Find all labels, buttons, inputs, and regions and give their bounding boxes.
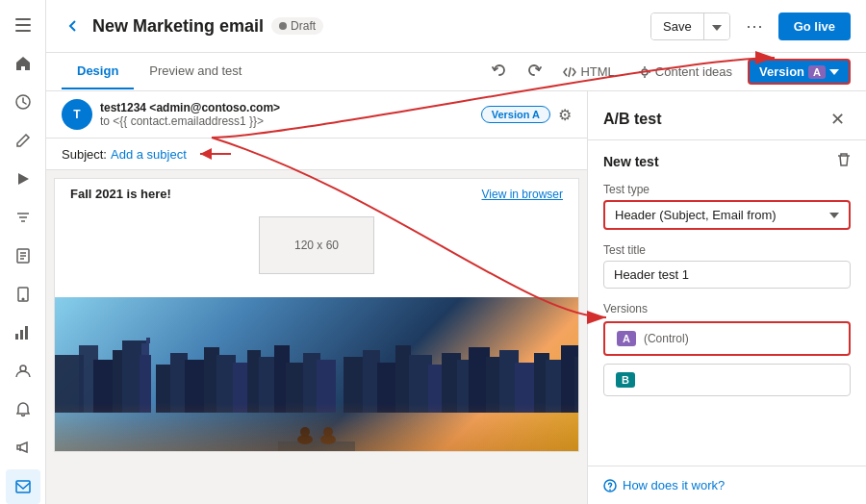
main-content: New Marketing email Draft Save ⋯ Go live… (46, 0, 866, 504)
version-badge: A (808, 65, 826, 79)
svg-rect-7 (20, 330, 23, 340)
email-version-badge: Version A (481, 106, 550, 123)
subject-bar: Subject: Add a subject (46, 139, 587, 170)
edit-icon[interactable] (6, 123, 40, 158)
help-icon (603, 479, 617, 492)
sidebar: OM (0, 0, 46, 504)
forms-icon[interactable] (6, 239, 40, 273)
test-type-label: Test type (603, 183, 851, 196)
email-panel: T test1234 <admin@contoso.com> to <{{ co… (46, 91, 587, 504)
placeholder-image: 120 x 60 (259, 216, 374, 274)
content-ideas-button[interactable]: Content ideas (630, 61, 740, 83)
email-preview-title: Fall 2021 is here! (70, 187, 171, 201)
subject-label: Subject: (62, 147, 107, 162)
svg-rect-1 (15, 24, 31, 26)
header-bar: New Marketing email Draft Save ⋯ Go live (46, 0, 866, 53)
draft-dot (279, 22, 287, 30)
html-label: HTML (580, 64, 614, 79)
contacts-icon[interactable] (6, 354, 40, 389)
phone-icon[interactable] (6, 277, 40, 312)
email-settings-icon[interactable]: ⚙ (558, 106, 572, 124)
test-type-select[interactable]: Header (Subject, Email from) (603, 200, 851, 230)
go-live-button[interactable]: Go live (778, 13, 851, 40)
more-options-button[interactable]: ⋯ (738, 10, 771, 42)
close-panel-button[interactable]: ✕ (825, 107, 851, 132)
email-hero-image (55, 297, 578, 451)
svg-rect-6 (15, 334, 18, 340)
svg-rect-8 (25, 326, 28, 340)
ab-panel-title: A/B test (603, 111, 661, 128)
ab-panel-header: A/B test ✕ (588, 91, 866, 140)
svg-point-12 (642, 69, 648, 75)
svg-point-9 (20, 365, 26, 371)
version-b-badge: B (616, 372, 635, 388)
back-button[interactable] (62, 14, 85, 38)
home-icon[interactable] (6, 46, 40, 81)
svg-rect-20 (146, 338, 150, 343)
email-active-icon[interactable] (6, 469, 40, 504)
save-dropdown-button[interactable] (703, 13, 729, 39)
test-type-group: Test type Header (Subject, Email from) (603, 183, 851, 230)
version-b-item[interactable]: B (603, 364, 851, 396)
version-a-control: (Control) (644, 332, 689, 345)
arrow-indicator (194, 144, 233, 164)
email-sender-bar: T test1234 <admin@contoso.com> to <{{ co… (46, 91, 587, 139)
recent-icon[interactable] (6, 85, 40, 119)
versions-label: Versions (603, 302, 851, 315)
svg-point-5 (22, 298, 24, 300)
analytics-icon[interactable] (6, 315, 40, 350)
sender-info: test1234 <admin@contoso.com> to <{{ cont… (100, 101, 473, 128)
test-row: New test (603, 152, 851, 171)
test-title-label: Test title (603, 243, 851, 257)
sender-to: to <{{ contact.emailaddress1 }}> (100, 114, 473, 128)
email-preview-header: Fall 2021 is here! View in browser (55, 179, 578, 209)
email-body: Fall 2021 is here! View in browser 120 x… (54, 178, 579, 452)
add-subject-link[interactable]: Add a subject (111, 147, 187, 162)
delete-test-button[interactable] (837, 152, 851, 171)
toolbar: Design Preview and test HTML (46, 53, 866, 91)
ab-test-panel: A/B test ✕ New test Test type Header (Su… (587, 91, 866, 504)
city-skyline-svg (55, 336, 578, 413)
svg-rect-0 (15, 18, 31, 20)
html-button[interactable]: HTML (555, 61, 622, 83)
toolbar-actions: HTML Content ideas Version A (486, 59, 851, 85)
version-button[interactable]: Version A (748, 59, 851, 85)
test-title-input[interactable] (603, 261, 851, 289)
sender-name: test1234 <admin@contoso.com> (100, 101, 473, 114)
how-it-works-link: How does it work? (623, 478, 725, 492)
play-icon[interactable] (6, 162, 40, 196)
draft-badge: Draft (271, 17, 323, 35)
ab-panel-body: New test Test type Header (Subject, Emai… (588, 140, 866, 466)
redo-button[interactable] (521, 59, 548, 85)
new-test-label: New test (603, 154, 659, 169)
view-in-browser-link[interactable]: View in browser (482, 188, 563, 201)
ab-panel-footer[interactable]: How does it work? (588, 466, 866, 504)
version-a-badge: A (617, 331, 636, 346)
canvas-area: T test1234 <admin@contoso.com> to <{{ co… (46, 91, 866, 504)
draft-label: Draft (291, 19, 316, 33)
notification-icon[interactable] (6, 392, 40, 427)
undo-button[interactable] (486, 59, 513, 85)
hamburger-icon[interactable] (6, 8, 40, 42)
test-title-group: Test title (603, 243, 851, 289)
versions-group: Versions A (Control) B (603, 302, 851, 396)
sender-avatar: T (62, 99, 92, 130)
segments-icon[interactable] (6, 200, 40, 235)
page-title: New Marketing email (92, 16, 264, 37)
version-label: Version (759, 64, 804, 79)
save-button-group: Save (650, 13, 730, 40)
save-button[interactable]: Save (651, 13, 703, 39)
tab-preview[interactable]: Preview and test (134, 54, 257, 89)
megaphone-icon[interactable] (6, 431, 40, 466)
svg-rect-10 (16, 481, 30, 492)
content-ideas-label: Content ideas (655, 64, 732, 79)
version-a-item[interactable]: A (Control) (603, 321, 851, 356)
svg-rect-2 (15, 30, 31, 32)
tab-design[interactable]: Design (62, 54, 134, 89)
